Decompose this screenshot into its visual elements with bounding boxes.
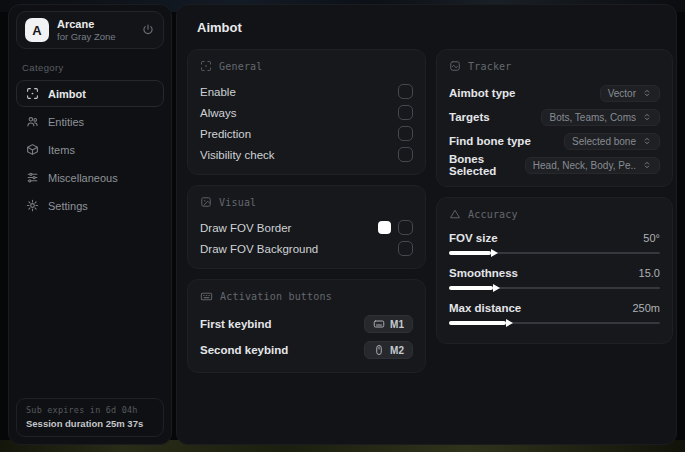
sidebar-nav: Aimbot Entities Items Miscellaneous Sett… [16,80,164,220]
visibility-check-checkbox[interactable] [398,147,413,162]
visual-section: Visual Draw FOV Border Draw FOV Backgrou… [187,185,426,269]
tracker-section-header: Tracker [449,59,660,73]
sidebar: A Arcane for Gray Zone Category Aimbot E… [8,4,172,445]
sidebar-item-miscellaneous[interactable]: Miscellaneous [16,164,164,191]
fov-border-color-swatch[interactable] [378,221,391,234]
section-title: Activation buttons [220,291,332,302]
chevrons-up-down-icon [642,112,652,122]
entities-icon [26,115,39,128]
chevrons-up-down-icon [642,136,652,146]
sidebar-item-aimbot[interactable]: Aimbot [16,80,164,107]
enable-checkbox[interactable] [398,84,413,99]
setting-row: Prediction [200,123,413,144]
always-checkbox[interactable] [398,105,413,120]
sidebar-item-entities[interactable]: Entities [16,108,164,135]
app-subtitle: for Gray Zone [57,31,116,42]
smoothness-group: Smoothness 15.0 [449,264,660,290]
setting-row: Targets Bots, Teams, Coms [449,105,660,129]
chevrons-up-down-icon [642,88,652,98]
app-name: Arcane [57,18,116,30]
setting-label: Second keybind [200,344,288,356]
setting-label: Max distance [449,302,521,314]
select-value: Bots, Teams, Coms [549,112,636,123]
crosshair-icon [26,87,39,100]
sidebar-item-items[interactable]: Items [16,136,164,163]
setting-row: Draw FOV Background [200,238,413,259]
setting-label: Bones Selected [449,153,525,177]
select-value: Head, Neck, Body, Pe.. [533,160,636,171]
session-duration-text: Session duration 25m 37s [26,418,154,429]
slider-fill [449,286,493,290]
accuracy-section: Accuracy FOV size 50° [436,197,673,344]
slider-knob[interactable] [491,249,498,257]
general-section: General Enable Always Prediction Visibil… [187,49,426,175]
max-distance-value: 250m [632,302,660,314]
setting-row: Draw FOV Border [200,217,413,238]
max-distance-group: Max distance 250m [449,299,660,325]
setting-label: Draw FOV Background [200,243,318,255]
prediction-checkbox[interactable] [398,126,413,141]
mouse-icon [373,344,385,356]
accuracy-section-header: Accuracy [449,207,660,221]
crosshair-icon [200,60,212,72]
gear-icon [26,199,39,212]
main-content: Aimbot General Enable Always [176,4,677,445]
setting-row: Always [200,102,413,123]
chevrons-up-down-icon [642,160,652,170]
sidebar-item-settings[interactable]: Settings [16,192,164,219]
visual-section-header: Visual [200,195,413,209]
targets-select[interactable]: Bots, Teams, Coms [541,109,660,126]
activation-buttons-section: Activation buttons First keybind M1 Seco… [187,279,426,373]
setting-label: First keybind [200,318,272,330]
sidebar-item-label: Aimbot [48,88,86,100]
keybind-value: M2 [390,345,404,356]
setting-row: Second keybind M2 [200,337,413,363]
sub-expires-text: Sub expires in 6d 04h [26,405,154,415]
setting-row: First keybind M1 [200,311,413,337]
max-distance-slider[interactable] [449,321,660,325]
activation-section-header: Activation buttons [200,289,413,303]
aimbot-type-select[interactable]: Vector [600,85,660,102]
slider-knob[interactable] [506,319,513,327]
setting-row: Find bone type Selected bone [449,129,660,153]
app-logo: A [25,18,49,42]
setting-label: Find bone type [449,135,531,147]
setting-label: Aimbot type [449,87,515,99]
page-title: Aimbot [197,20,671,35]
smoothness-slider[interactable] [449,286,660,290]
setting-label: Enable [200,86,236,98]
keyboard-icon [373,318,385,330]
section-title: Visual [219,197,256,208]
setting-label: Draw FOV Border [200,222,291,234]
sidebar-item-label: Settings [48,200,88,212]
subscription-card: Sub expires in 6d 04h Session duration 2… [16,398,164,437]
sidebar-item-label: Entities [48,116,84,128]
setting-label: Prediction [200,128,251,140]
first-keybind-button[interactable]: M1 [364,315,413,333]
setting-row: Bones Selected Head, Neck, Body, Pe.. [449,153,660,177]
setting-label: Smoothness [449,267,518,279]
slider-knob[interactable] [493,284,500,292]
slider-fill [449,321,506,325]
category-label: Category [22,62,158,73]
draw-fov-background-checkbox[interactable] [398,241,413,256]
sidebar-item-label: Miscellaneous [48,172,118,184]
setting-row: Enable [200,81,413,102]
setting-label: Targets [449,111,490,123]
section-title: Tracker [468,61,512,72]
slider-fill [449,251,491,255]
select-value: Selected bone [572,136,636,147]
image-icon [200,196,212,208]
bones-selected-select[interactable]: Head, Neck, Body, Pe.. [525,157,660,174]
select-value: Vector [608,88,636,99]
draw-fov-border-checkbox[interactable] [398,220,413,235]
smoothness-value: 15.0 [639,267,660,279]
section-title: General [219,61,263,72]
second-keybind-button[interactable]: M2 [364,341,413,359]
keybind-value: M1 [390,319,404,330]
find-bone-type-select[interactable]: Selected bone [564,133,660,150]
setting-row: Aimbot type Vector [449,81,660,105]
fov-size-slider[interactable] [449,251,660,255]
power-icon[interactable] [141,23,155,37]
brand-text: Arcane for Gray Zone [57,18,116,42]
